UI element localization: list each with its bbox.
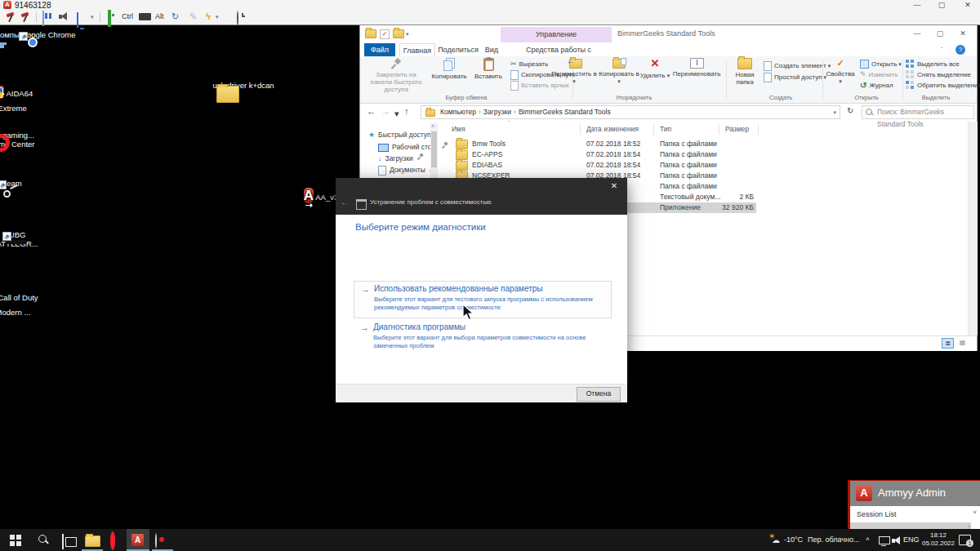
notification-center-icon[interactable]: 1 — [959, 535, 971, 545]
weather-cloud-icon[interactable]: ☁ — [772, 535, 780, 544]
pause-icon[interactable] — [42, 11, 56, 23]
dialog-back-icon[interactable]: ← — [341, 198, 349, 207]
context-tab-header[interactable]: Управление — [501, 27, 612, 42]
tray-weather-desc[interactable]: Пер. облачно... — [808, 535, 859, 544]
clock-icon[interactable] — [237, 11, 238, 26]
fullscreen-icon[interactable] — [108, 10, 111, 27]
delete-button[interactable]: Удалить — [639, 58, 670, 79]
breadcrumb-current-folder[interactable]: BimmerGeeks Standard Tools — [516, 106, 613, 118]
tab-file[interactable]: Файл — [364, 43, 395, 56]
qat-new-folder-icon[interactable] — [393, 29, 404, 38]
session-list-label[interactable]: Session List — [857, 510, 897, 518]
refresh-icon[interactable]: ↻ — [172, 11, 185, 22]
details-view-toggle[interactable]: ≣ — [942, 338, 954, 349]
rename-button[interactable]: Переименовать — [670, 58, 723, 78]
ctrl-key-button[interactable]: Ctrl — [122, 12, 133, 20]
file-row[interactable]: EDIABAS07.02.2018 18:54Папка с файлами — [439, 160, 977, 171]
taskbar-recorder[interactable] — [155, 534, 157, 551]
column-name[interactable]: Имя — [452, 125, 466, 133]
qat-dropdown-icon[interactable]: ▾ — [406, 31, 409, 38]
copy-button[interactable]: Копировать — [429, 58, 470, 80]
alt-key-button[interactable]: Alt — [155, 12, 164, 20]
sidebar-item-quick-access[interactable]: ★Быстрый доступ — [368, 130, 431, 140]
clock[interactable]: 18:12 05.02.2022 — [920, 531, 957, 549]
cancel-button[interactable]: Отмена — [577, 387, 621, 402]
edit-button[interactable]: Изменить — [860, 70, 898, 79]
monitor-dropdown-icon[interactable]: ▾ — [91, 14, 104, 25]
new-item-button[interactable]: Создать элемент — [764, 61, 831, 70]
sidebar-item-documents[interactable]: Документы — [378, 165, 436, 176]
nav-scrollbar-thumb[interactable] — [431, 131, 437, 167]
cut-button[interactable]: Вырезать — [510, 60, 548, 69]
qat-properties-icon[interactable]: ✓ — [380, 29, 390, 39]
desktop-icon-aida64[interactable]: 64↗ AIDA64 Extreme — [0, 80, 43, 113]
dialog-close-icon[interactable]: ✕ — [608, 181, 621, 190]
column-date[interactable]: Дата изменения — [586, 125, 639, 133]
breadcrumb[interactable]: Компьютер›Загрузки›BimmerGeeks Standard … — [421, 105, 840, 119]
explorer-minimize-button[interactable]: — — [908, 29, 926, 38]
desktop-icon-usb-driver[interactable]: usb driver k+dcan — [212, 82, 274, 91]
move-to-button[interactable]: Переместить в — [551, 58, 597, 85]
column-size[interactable]: Размер — [725, 125, 749, 133]
language-indicator[interactable]: ENG — [903, 535, 920, 544]
column-type[interactable]: Тип — [660, 125, 671, 133]
close-button[interactable]: ✕ — [959, 0, 977, 10]
pin-to-quick-access-button[interactable]: Закрепить на панели быстрого доступа — [365, 58, 427, 94]
chevron-down-icon[interactable]: ˅ — [973, 509, 977, 516]
explorer-close-button[interactable]: ✕ — [954, 29, 972, 38]
sidebar-item-downloads[interactable]: ↓Загрузки — [378, 153, 424, 164]
taskbar-ammyy-active[interactable]: A — [127, 529, 149, 551]
lightning-dropdown-icon[interactable]: ▾ — [216, 14, 229, 25]
option-troubleshoot-program[interactable]: → Диагностика программы Выберите этот ва… — [354, 322, 610, 355]
new-folder-button[interactable]: Новая папка — [729, 58, 760, 86]
breadcrumb-downloads[interactable]: Загрузки — [481, 106, 514, 118]
monitor-icon[interactable] — [77, 12, 78, 28]
desktop-icon-pubg[interactable]: ↗ PUBG BATTLEGR... — [0, 231, 46, 249]
qat-folder-icon[interactable] — [365, 29, 376, 38]
desktop-icon-cod[interactable]: 2↗ Call of Duty Modern ... — [0, 284, 44, 318]
maximize-button[interactable]: ▢ — [933, 0, 951, 10]
desktop-icon-chrome[interactable]: ↗ Google Chrome — [17, 31, 79, 40]
refresh-address-icon[interactable]: ↻ — [847, 106, 853, 115]
volume-icon[interactable] — [892, 535, 903, 551]
properties-button[interactable]: Свойства — [824, 58, 857, 85]
tray-overflow-chevron-icon[interactable]: ˄ — [866, 535, 870, 543]
minimize-button[interactable]: — — [908, 0, 926, 10]
desktop-icon-wargaming[interactable]: ↗ Wargaming... Game Center — [0, 131, 42, 149]
history-button[interactable]: Журнал — [860, 81, 893, 90]
ribbon-collapse-icon[interactable]: ˆ — [936, 43, 947, 56]
up-icon[interactable]: ↑ — [404, 106, 409, 116]
tab-app-tools[interactable]: Средства работы с приложениями — [504, 43, 613, 56]
copy-to-button[interactable]: Копировать в — [599, 58, 639, 85]
invert-selection-button[interactable]: Обратить выделение — [906, 81, 980, 90]
explorer-maximize-button[interactable]: ▢ — [931, 29, 949, 38]
paste-button[interactable]: Вставить — [471, 58, 506, 80]
breadcrumb-computer[interactable]: Компьютер — [438, 106, 479, 118]
easy-access-button[interactable]: Простой доступ — [764, 73, 826, 82]
address-dropdown-icon[interactable]: ▾ — [833, 109, 836, 116]
help-icon[interactable]: ? — [956, 45, 965, 55]
task-view-button[interactable] — [62, 535, 64, 551]
horizontal-scrollbar[interactable]: › — [850, 522, 971, 529]
history-dropdown-icon[interactable]: ▾ — [394, 109, 399, 119]
tray-temperature[interactable]: -10°C — [784, 535, 803, 544]
icons-view-toggle[interactable]: ▦ — [956, 338, 969, 349]
search-input[interactable]: Поиск: BimmerGeeks Standard Tools — [862, 105, 974, 119]
pen-icon[interactable]: ✎ — [189, 11, 203, 22]
tab-share[interactable]: Поделиться — [438, 43, 479, 56]
desktop-icon-steam[interactable]: ↗ Steam — [0, 180, 42, 189]
taskbar-opera[interactable] — [110, 534, 115, 551]
open-button[interactable]: Открыть — [860, 60, 902, 69]
select-all-button[interactable]: Выделить все — [906, 60, 960, 69]
file-row[interactable]: Bmw Tools07.02.2018 18:52Папка с файлами — [439, 139, 977, 149]
select-none-button[interactable]: Снять выделение — [906, 70, 971, 79]
forward-icon[interactable]: → — [381, 106, 390, 116]
scroll-up-icon[interactable]: ˄ — [431, 123, 434, 129]
list-scrollbar[interactable] — [968, 122, 978, 335]
back-icon[interactable]: ← — [367, 106, 376, 116]
keyboard-icon[interactable] — [139, 13, 151, 20]
option-recommended-settings[interactable]: → Использовать рекомендованные параметры… — [354, 281, 612, 318]
file-row[interactable]: EC-APPS07.02.2018 18:54Папка с файлами — [439, 149, 977, 160]
network-icon[interactable] — [879, 536, 890, 544]
tab-view[interactable]: Вид — [481, 43, 502, 56]
